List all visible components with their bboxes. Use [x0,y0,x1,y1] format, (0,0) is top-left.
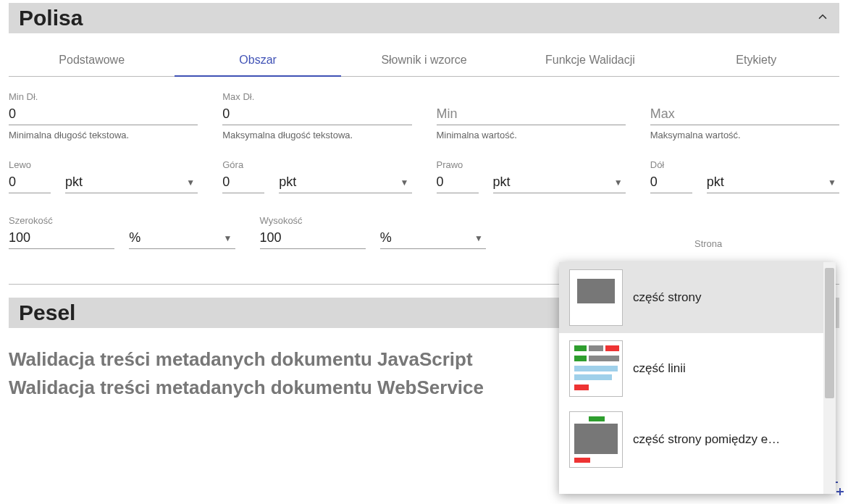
field-lewo: Lewo pkt ▼ [9,159,198,193]
field-prawo: Prawo pkt ▼ [437,159,626,193]
input-dol[interactable] [650,170,692,193]
select-wysokosc-unit[interactable]: % ▼ [380,226,486,249]
tab-funkcje[interactable]: Funkcje Walidacji [507,46,673,76]
label-strona: Strona [694,238,839,249]
line-area-icon [569,340,623,397]
scrollbar-thumb[interactable] [825,268,834,398]
dropdown-item-label: część strony [633,290,813,305]
label-wysokosc: Wysokość [260,215,487,226]
tab-podstawowe[interactable]: Podstawowe [9,46,175,76]
page-area-icon [569,269,623,326]
field-gora: Góra pkt ▼ [222,159,411,193]
input-wysokosc[interactable] [260,226,366,249]
input-max-dl[interactable] [222,102,411,125]
chevron-down-icon: ▼ [224,233,232,243]
section-title: Polisa [19,6,816,30]
tab-etykiety[interactable]: Etykiety [673,46,839,76]
select-szerokosc-unit[interactable]: % ▼ [129,226,235,249]
tab-slownik[interactable]: Słownik i wzorce [341,46,507,76]
select-lewo-unit[interactable]: pkt ▼ [65,170,198,193]
help-max: Maksymalna wartość. [650,130,839,140]
input-szerokosc[interactable] [9,226,114,249]
dropdown-item-label: część linii [633,361,813,376]
field-min-dl: Min Dł. Minimalna długość tekstowa. [9,91,198,140]
input-max[interactable] [650,102,839,125]
section-header-polisa[interactable]: Polisa [9,3,839,33]
label-gora: Góra [222,159,411,170]
field-szerokosc: Szerokość % ▼ [9,215,235,249]
chevron-down-icon: ▼ [828,177,836,188]
chevron-down-icon: ▼ [400,177,409,188]
tabs-bar: Podstawowe Obszar Słownik i wzorce Funkc… [9,46,839,77]
field-dol: Dół pkt ▼ [650,159,839,193]
field-max: Maksymalna wartość. [650,91,839,140]
chevron-down-icon: ▼ [186,177,195,188]
dropdown-item-czesc-linii[interactable]: część linii [559,333,823,404]
label-lewo: Lewo [9,159,198,170]
input-gora[interactable] [222,170,264,193]
label-min-dl: Min Dł. [9,91,198,102]
field-max-dl: Max Dł. Maksymalna długość tekstowa. [222,91,411,140]
select-dol-unit[interactable]: pkt ▼ [707,170,839,193]
label-max-dl: Max Dł. [222,91,411,102]
input-lewo[interactable] [9,170,51,193]
chevron-up-icon[interactable] [816,10,829,27]
field-min: Minimalna wartość. [437,91,626,140]
help-min-dl: Minimalna długość tekstowa. [9,130,198,140]
help-min: Minimalna wartość. [437,130,626,140]
input-min-dl[interactable] [9,102,198,125]
field-wysokosc: Wysokość % ▼ [260,215,487,249]
select-prawo-unit[interactable]: pkt ▼ [493,170,626,193]
chevron-down-icon: ▼ [474,233,483,243]
label-prawo: Prawo [437,159,626,170]
dropdown-item-czesc-strony[interactable]: część strony [559,262,823,333]
chevron-down-icon: ▼ [614,177,623,188]
select-gora-unit[interactable]: pkt ▼ [279,170,411,193]
tab-obszar[interactable]: Obszar [175,46,340,77]
dropdown-item-czesc-strony-pomiedzy[interactable]: część strony pomiędzy e… [559,404,823,413]
label-szerokosc: Szerokość [9,215,235,226]
help-max-dl: Maksymalna długość tekstowa. [222,130,411,140]
dropdown-strona-type: część strony część linii część strony po… [559,262,836,413]
dropdown-scrollbar[interactable] [823,262,836,413]
between-elements-icon [569,411,623,413]
input-prawo[interactable] [437,170,479,193]
input-min[interactable] [437,102,626,125]
label-dol: Dół [650,159,839,170]
